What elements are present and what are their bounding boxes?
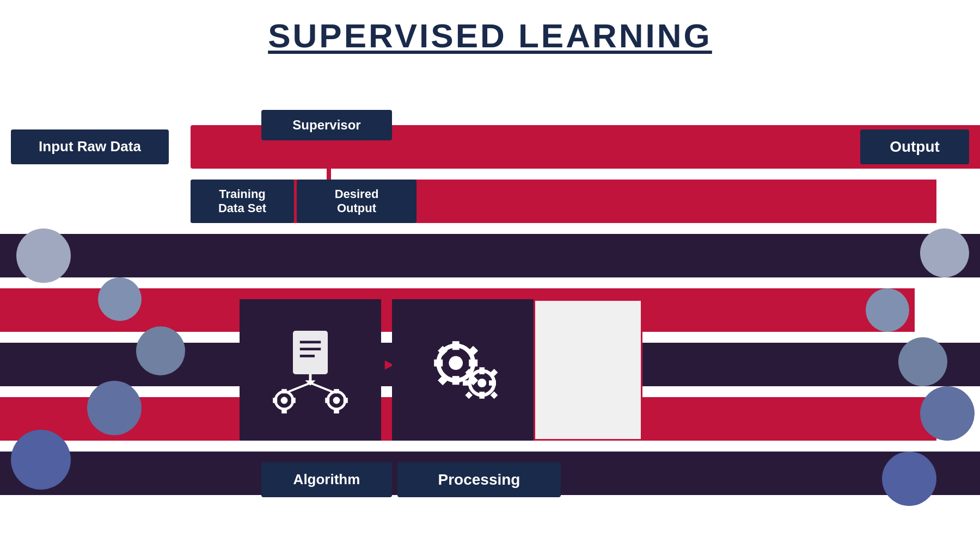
svg-rect-25 <box>469 360 477 367</box>
bar-third <box>0 234 980 277</box>
svg-line-6 <box>289 383 310 392</box>
svg-rect-34 <box>463 380 470 386</box>
output-label: Output <box>860 129 969 164</box>
svg-rect-14 <box>273 398 277 403</box>
circle-left-2 <box>98 277 142 321</box>
svg-rect-22 <box>452 341 460 350</box>
circle-right-1 <box>920 228 969 277</box>
supervisor-label: Supervisor <box>261 110 392 140</box>
diagram-container: Input Raw Data Supervisor Output Trainin… <box>0 71 980 544</box>
algorithm-icon-box <box>240 299 381 441</box>
svg-rect-18 <box>325 398 329 403</box>
circle-left-5 <box>11 430 71 490</box>
svg-rect-35 <box>489 380 496 386</box>
svg-rect-0 <box>293 331 328 374</box>
circle-right-2 <box>866 288 909 332</box>
circle-left-1 <box>16 228 71 283</box>
svg-rect-13 <box>281 409 287 413</box>
svg-rect-24 <box>434 360 443 367</box>
processing-icon <box>419 326 506 413</box>
svg-point-11 <box>333 397 340 404</box>
input-raw-data-label: Input Raw Data <box>11 129 169 164</box>
desired-output-label: Desired Output <box>297 180 416 223</box>
svg-line-7 <box>310 383 332 392</box>
svg-rect-19 <box>344 398 348 403</box>
svg-rect-17 <box>334 409 339 413</box>
algorithm-icon <box>267 326 354 413</box>
svg-point-21 <box>449 356 463 370</box>
svg-rect-15 <box>291 398 296 403</box>
processing-icon-box <box>392 299 534 441</box>
training-data-set-label: Training Data Set <box>191 180 294 223</box>
circle-left-4 <box>87 381 142 435</box>
svg-rect-23 <box>452 376 460 385</box>
page-title: SUPERVISED LEARNING <box>0 0 980 55</box>
svg-point-9 <box>281 397 288 404</box>
svg-rect-38 <box>465 392 473 399</box>
circle-right-3 <box>898 337 947 386</box>
svg-point-31 <box>477 379 486 387</box>
algorithm-label: Algorithm <box>261 462 392 497</box>
circle-left-3 <box>136 326 185 375</box>
circle-right-5 <box>882 452 936 506</box>
svg-rect-33 <box>479 392 485 399</box>
vline-supervisor <box>327 140 331 184</box>
svg-rect-32 <box>479 367 485 374</box>
circle-right-4 <box>920 386 975 441</box>
output-right-box <box>534 299 642 441</box>
svg-rect-12 <box>281 389 287 393</box>
svg-rect-16 <box>334 389 339 393</box>
processing-label: Processing <box>397 462 561 497</box>
